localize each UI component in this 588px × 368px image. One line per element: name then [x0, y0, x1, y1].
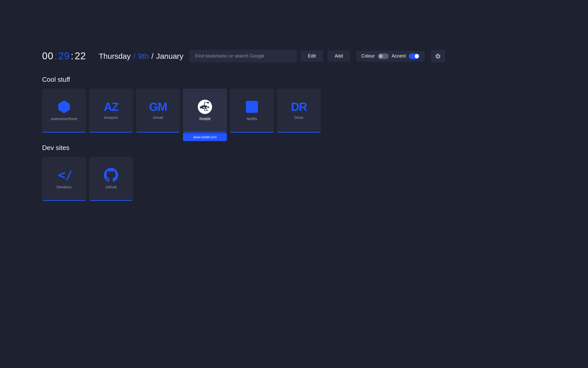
svg-text:</>: </> — [58, 168, 71, 182]
amazon-label: Amazon — [104, 115, 118, 120]
reddit-url: www.reddit.com — [183, 133, 227, 141]
date-sep2: / — [151, 52, 153, 60]
devdocs-label: Devdocs — [57, 185, 71, 189]
bookmark-drive[interactable]: DR Drive — [277, 89, 321, 133]
edit-button[interactable]: Edit — [301, 50, 323, 62]
gmail-label: Gmail — [153, 115, 163, 120]
date-num: 9th — [138, 52, 149, 60]
bookmark-reddit[interactable]: Reddit www.reddit.com — [183, 89, 227, 133]
date-month: January — [156, 52, 183, 60]
search-input[interactable] — [190, 50, 297, 62]
github-icon — [104, 168, 118, 182]
colour-toggle-group: Colour Accent — [356, 51, 425, 62]
gem-icon — [57, 100, 71, 114]
dev-sites-title: Dev sites — [42, 144, 546, 152]
svg-rect-12 — [246, 101, 258, 112]
add-button[interactable]: Add — [328, 50, 350, 62]
date-day: Thursday — [99, 52, 131, 60]
reddit-label: Reddit — [199, 117, 210, 121]
bookmark-github[interactable]: Github — [89, 157, 133, 201]
colour-toggle[interactable] — [378, 53, 389, 59]
accent-toggle[interactable] — [409, 53, 420, 59]
clock-minutes: 29 — [58, 51, 70, 62]
bookmark-amazon[interactable]: AZ Amazon — [89, 89, 133, 133]
code-brackets-icon: </> — [57, 168, 71, 182]
toolbar: 00 : 29 : 22 Thursday / 9th / January Ed… — [42, 50, 546, 62]
cool-stuff-grid: awesomeSheet AZ Amazon GM Gmail Reddit — [42, 89, 546, 133]
netflix-icon-container — [245, 100, 259, 114]
awesomesheet-label: awesomeSheet — [51, 117, 77, 121]
clock: 00 : 29 : 22 — [42, 51, 91, 62]
reddit-icon-container — [198, 100, 212, 114]
date-sep1: / — [133, 52, 135, 60]
github-icon-container — [104, 168, 118, 182]
film-icon — [245, 100, 259, 114]
date-display: Thursday / 9th / January — [99, 52, 183, 61]
github-label: Github — [105, 185, 117, 189]
cool-stuff-section: Cool stuff — [42, 76, 546, 133]
dev-sites-section: Dev sites </> Devdocs Github — [42, 144, 546, 201]
drive-icon: DR — [291, 101, 307, 113]
clock-sep2: : — [71, 51, 74, 62]
bookmark-netflix[interactable]: Netflix — [230, 89, 274, 133]
gem-icon-container — [57, 100, 71, 114]
gear-icon — [435, 53, 441, 59]
netflix-label: Netflix — [247, 117, 257, 121]
settings-button[interactable] — [431, 50, 445, 62]
accent-label: Accent — [392, 53, 406, 59]
dev-sites-grid: </> Devdocs Github — [42, 157, 546, 201]
bookmark-awesomesheet[interactable]: awesomeSheet — [42, 89, 86, 133]
bookmark-devdocs[interactable]: </> Devdocs — [42, 157, 86, 201]
amazon-icon: AZ — [104, 101, 118, 113]
clock-sep1: : — [54, 51, 57, 62]
clock-hours: 00 — [42, 51, 53, 62]
cool-stuff-title: Cool stuff — [42, 76, 546, 84]
reddit-icon — [198, 100, 212, 114]
devdocs-icon-container: </> — [57, 168, 71, 182]
drive-label: Drive — [294, 115, 303, 120]
gmail-icon: GM — [149, 101, 167, 113]
colour-label: Colour — [361, 53, 375, 59]
clock-seconds: 22 — [75, 51, 86, 62]
bookmark-gmail[interactable]: GM Gmail — [136, 89, 180, 133]
